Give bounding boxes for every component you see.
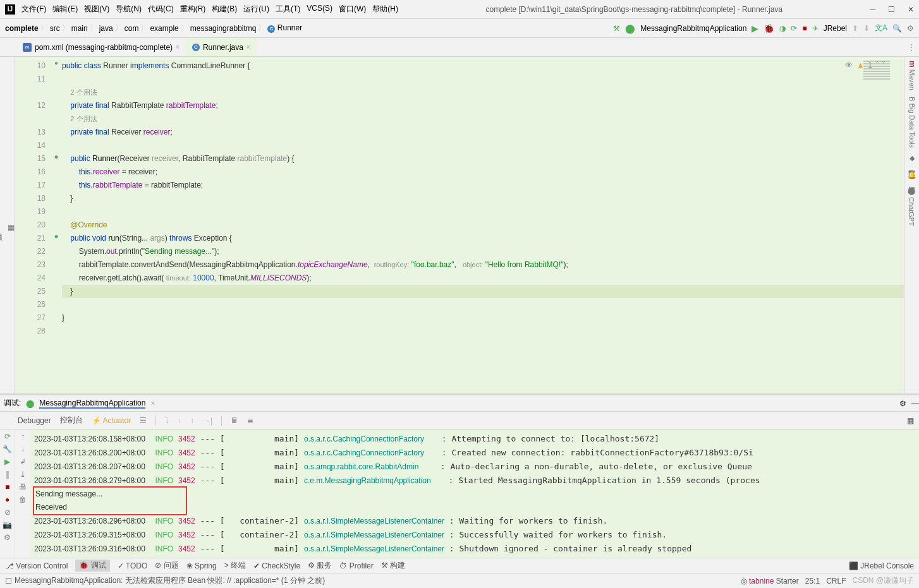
close-tab-icon[interactable]: × <box>150 399 155 408</box>
wrap-icon[interactable]: ↲ <box>20 457 26 466</box>
hide-icon[interactable]: — <box>911 399 919 408</box>
jrebel-label[interactable]: JRebel <box>824 24 847 33</box>
breadcrumb-item[interactable]: C Runner <box>267 23 302 33</box>
clear-icon[interactable]: 🗑 <box>19 495 27 504</box>
settings-icon[interactable]: ⚙ <box>4 533 11 542</box>
breadcrumb-item[interactable]: complete <box>5 24 39 33</box>
toolwindow-Spring[interactable]: ❀ Spring <box>186 561 217 570</box>
breadcrumb-item[interactable]: main <box>71 24 88 33</box>
stop-icon[interactable]: ■ <box>802 24 806 33</box>
translate-icon[interactable]: 文A <box>875 23 887 33</box>
jrebel-console[interactable]: ⬛ JRebel Console <box>849 561 914 570</box>
evaluate-icon[interactable]: 🖩 <box>231 416 238 425</box>
minimize-icon[interactable]: ─ <box>870 5 875 14</box>
spring-leaf-icon[interactable]: ⬤ <box>625 23 635 33</box>
toolwindow-服务[interactable]: ⚙ 服务 <box>308 560 332 571</box>
thread-selector-icon[interactable]: ☰ <box>140 416 147 425</box>
toolwindow-构建[interactable]: ⚒ 构建 <box>381 560 405 571</box>
coverage-icon[interactable]: ◑ <box>779 24 786 33</box>
menu-item[interactable]: 帮助(H) <box>372 4 398 15</box>
menu-item[interactable]: 视图(V) <box>84 4 109 15</box>
project-tool-icon[interactable]: ▦ <box>8 223 15 232</box>
menu-item[interactable]: 文件(F) <box>21 4 46 15</box>
status-message[interactable]: MessagingRabbitmqApplication: 无法检索应用程序 B… <box>15 575 325 586</box>
toolwindow-CheckStyle[interactable]: ✔ CheckStyle <box>253 561 300 570</box>
menu-item[interactable]: 导航(N) <box>116 4 142 15</box>
menu-item[interactable]: 窗口(W) <box>339 4 366 15</box>
debugger-tab[interactable]: Debugger <box>18 416 51 425</box>
profile-icon[interactable]: ⟳ <box>791 24 797 33</box>
debug-left-toolbar[interactable]: ⟳ 🔧 ▶ ‖ ■ ● ⊘ 📷 ⚙ <box>0 429 15 558</box>
breadcrumb-item[interactable]: java <box>99 24 113 33</box>
debug-icon[interactable]: 🐞 <box>764 23 774 33</box>
step-out-icon[interactable]: ↑ <box>190 416 194 425</box>
left-toolwindow-bar[interactable]: ▦ 项目 <box>0 57 15 393</box>
right-tool-Maven[interactable]: m Maven <box>908 61 916 90</box>
toolwindow-Profiler[interactable]: ⏱ Profiler <box>339 561 373 570</box>
right-toolwindow-bar[interactable]: m MavenB Big Data Tools◆ 数据库🔔 通知⬤ ChatGP… <box>904 57 919 393</box>
git-icon[interactable]: ⬆ <box>852 24 858 33</box>
right-tool-ChatGPT[interactable]: ⬤ ChatGPT <box>908 187 916 226</box>
trace-icon[interactable]: ≣ <box>247 416 253 425</box>
line-separator[interactable]: CRLF <box>826 577 846 585</box>
menu-item[interactable]: 编辑(E) <box>52 4 78 15</box>
console-output[interactable]: 2023-01-03T13:26:08.158+08:00 INFO 3452 … <box>30 429 919 558</box>
actuator-tab[interactable]: ⚡ Actuator <box>92 416 131 425</box>
breadcrumb-item[interactable]: example <box>150 24 178 33</box>
menu-item[interactable]: 运行(U) <box>243 4 269 15</box>
error-stripe[interactable] <box>863 59 901 116</box>
pause-icon[interactable]: ‖ <box>6 470 9 479</box>
rocket-icon[interactable]: ✈ <box>812 24 819 33</box>
stop-icon[interactable]: ■ <box>5 483 9 491</box>
debug-session-tab[interactable]: MessagingRabbitmqApplication <box>39 399 145 409</box>
window-controls[interactable]: ─ ☐ ✕ <box>870 5 914 14</box>
scroll-end-icon[interactable]: ⤓ <box>20 470 26 479</box>
right-tool-数据库[interactable]: ◆ 数据库 <box>907 154 916 164</box>
mute-bp-icon[interactable]: ⊘ <box>4 508 11 517</box>
code-area[interactable]: public class Runner implements CommandLi… <box>62 57 904 393</box>
breadcrumb-item[interactable]: src <box>50 24 60 33</box>
maximize-icon[interactable]: ☐ <box>888 5 895 14</box>
hammer-icon[interactable]: ⚒ <box>613 24 620 33</box>
code-editor[interactable]: 10111213141516171819202122232425262728 ●… <box>15 57 904 393</box>
step-over-icon[interactable]: ⤵ <box>165 416 169 425</box>
down-icon[interactable]: ↓ <box>21 445 25 453</box>
right-tool-Big Data Tools[interactable]: B Big Data Tools <box>908 97 916 148</box>
print-icon[interactable]: 🖶 <box>19 483 27 491</box>
breadcrumb-item[interactable]: com <box>125 24 139 33</box>
tabs-menu-icon[interactable]: ⋮ <box>908 43 915 52</box>
resume-icon[interactable]: ▶ <box>4 457 10 466</box>
caret-position[interactable]: 25:1 <box>805 577 820 585</box>
run-to-cursor-icon[interactable]: →| <box>203 416 212 425</box>
menu-item[interactable]: VCS(S) <box>307 4 332 15</box>
gear-icon[interactable]: ⚙ <box>899 399 906 408</box>
run-config-selector[interactable]: MessagingRabbitmqApplication <box>640 24 746 33</box>
breakpoints-icon[interactable]: ● <box>5 495 9 504</box>
breadcrumb[interactable]: complete〉src〉main〉java〉com〉example〉messa… <box>5 23 613 33</box>
console-tab[interactable]: 控制台 <box>60 415 83 426</box>
rerun-icon[interactable]: ⟳ <box>4 432 11 441</box>
editor-tab[interactable]: mpom.xml (messaging-rabbitmq-complete)× <box>16 38 186 56</box>
toolwindow-问题[interactable]: ⊘ 问题 <box>155 560 178 571</box>
layout-icon[interactable]: ▦ <box>907 416 914 425</box>
menu-item[interactable]: 构建(B) <box>212 4 237 15</box>
up-icon[interactable]: ↑ <box>21 432 25 441</box>
step-into-icon[interactable]: ↓ <box>178 416 181 425</box>
right-tool-通知[interactable]: 🔔 通知 <box>907 171 916 181</box>
bottom-toolbar[interactable]: ⎇ Version Control🐞 调试✓ TODO⊘ 问题❀ Spring>… <box>0 558 919 573</box>
menu-item[interactable]: 重构(R) <box>180 4 206 15</box>
toolwindow-调试[interactable]: 🐞 调试 <box>75 560 109 572</box>
editor-tab[interactable]: CRunner.java× <box>186 38 257 56</box>
run-icon[interactable]: ▶ <box>752 23 758 33</box>
debug-toolbar[interactable]: Debugger 控制台 ⚡ Actuator ☰ ⤵ ↓ ↑ →| 🖩 ≣ ▦ <box>0 412 919 429</box>
toolwindow-TODO[interactable]: ✓ TODO <box>118 561 148 570</box>
console-left-toolbar[interactable]: ↑ ↓ ↲ ⤓ 🖶 🗑 <box>15 429 30 558</box>
search-icon[interactable]: 🔍 <box>892 24 902 33</box>
main-menu[interactable]: 文件(F)编辑(E)视图(V)导航(N)代码(C)重构(R)构建(B)运行(U)… <box>21 4 398 15</box>
eye-hidden-icon[interactable]: 👁 <box>845 61 853 69</box>
tool-icon[interactable]: 🔧 <box>3 445 12 453</box>
git-icon2[interactable]: ⬇ <box>863 24 870 33</box>
tabnine-widget[interactable]: ◎ tabnine Starter <box>741 577 799 585</box>
menu-item[interactable]: 代码(C) <box>148 4 174 15</box>
toolwindow-Version Control[interactable]: ⎇ Version Control <box>5 561 68 570</box>
